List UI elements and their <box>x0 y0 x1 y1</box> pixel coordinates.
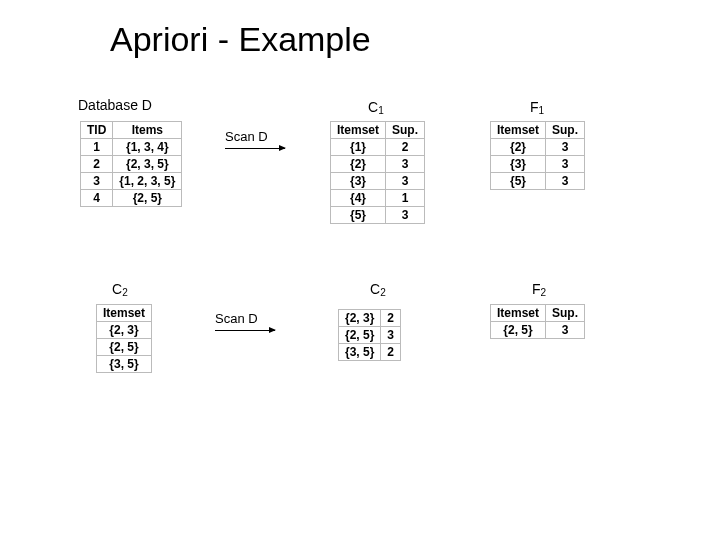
table-row: {3, 5} <box>97 356 152 373</box>
table-c2-mid: {2, 3}2 {2, 5}3 {3, 5}2 <box>338 309 401 361</box>
table-row: 1{1, 3, 4} <box>81 139 182 156</box>
label-f2: F2 <box>532 281 546 297</box>
arrow-icon <box>215 330 275 331</box>
table-c2-left: Itemset {2, 3} {2, 5} {3, 5} <box>96 304 152 373</box>
table-row: 2{2, 3, 5} <box>81 156 182 173</box>
table-row: {4}1 <box>331 190 425 207</box>
table-row: {2, 5}3 <box>339 327 401 344</box>
label-database-d: Database D <box>78 97 152 113</box>
table-row: {3}3 <box>491 156 585 173</box>
table-row: 4{2, 5} <box>81 190 182 207</box>
table-row: {5}3 <box>491 173 585 190</box>
page-title: Apriori - Example <box>0 0 720 59</box>
table-database-d: TIDItems 1{1, 3, 4} 2{2, 3, 5} 3{1, 2, 3… <box>80 121 182 207</box>
table-f2: ItemsetSup. {2, 5}3 <box>490 304 585 339</box>
arrow-scan-d-2: Scan D <box>215 311 275 331</box>
table-row: {2, 5} <box>97 339 152 356</box>
table-row: {2, 3} <box>97 322 152 339</box>
table-row: {2}3 <box>491 139 585 156</box>
label-c2-mid: C2 <box>370 281 386 297</box>
table-row: {3}3 <box>331 173 425 190</box>
table-row: {3, 5}2 <box>339 344 401 361</box>
label-c1: C1 <box>368 99 384 115</box>
table-row: {2}3 <box>331 156 425 173</box>
table-row: {2, 3}2 <box>339 310 401 327</box>
label-c2-left: C2 <box>112 281 128 297</box>
arrow-icon <box>225 148 285 149</box>
table-c1: ItemsetSup. {1}2 {2}3 {3}3 {4}1 {5}3 <box>330 121 425 224</box>
table-row: {5}3 <box>331 207 425 224</box>
table-row: {1}2 <box>331 139 425 156</box>
table-row: 3{1, 2, 3, 5} <box>81 173 182 190</box>
arrow-scan-d-1: Scan D <box>225 129 285 149</box>
diagram-stage: Database D C1 F1 TIDItems 1{1, 3, 4} 2{2… <box>0 59 720 539</box>
table-row: {2, 5}3 <box>491 322 585 339</box>
table-f1: ItemsetSup. {2}3 {3}3 {5}3 <box>490 121 585 190</box>
arrow-label: Scan D <box>225 129 285 144</box>
label-f1: F1 <box>530 99 544 115</box>
arrow-label: Scan D <box>215 311 275 326</box>
